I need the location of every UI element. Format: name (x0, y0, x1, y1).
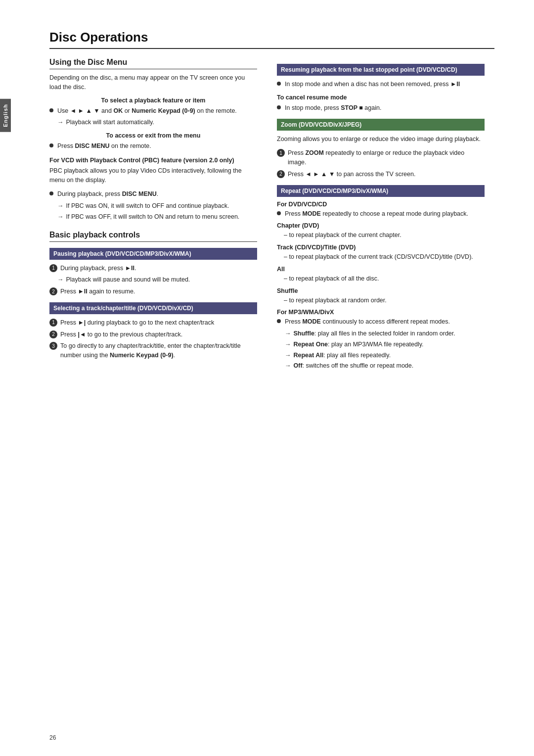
bullet-text-disc-menu-pbc: During playback, press DISC MENU. (57, 189, 257, 199)
cancel-text: In stop mode, press STOP ■ again. (285, 103, 485, 113)
all-heading: All (277, 266, 485, 273)
num2-text: Press ►II again to resume. (60, 287, 257, 296)
numbered-item-sel-2: 2 Press |◄ to go to the previous chapter… (49, 330, 257, 339)
num1-text: During playback, press ►II. (60, 264, 257, 273)
sub-heading-pbc: For VCD with Playback Control (PBC) feat… (49, 157, 257, 164)
arrow-icon: → (285, 361, 291, 371)
arrow-text-mp3-shuffle: Shuffle: play all files in the selected … (294, 329, 455, 338)
arrow-item-pause: → Playback will pause and sound will be … (57, 275, 257, 284)
arrow-item-pbc1: → If PBC was ON, it will switch to OFF a… (57, 201, 257, 211)
bullet-icon (277, 319, 281, 323)
bullet-icon (49, 108, 53, 112)
list-item: Use ◄ ► ▲ ▼ and OK or Numeric Keypad (0-… (49, 106, 257, 116)
number-circle-sel-3: 3 (49, 342, 57, 350)
arrow-icon: → (57, 275, 64, 284)
side-tab-english: English (0, 99, 11, 132)
chapter-dvd-dash: – to repeat playback of the current chap… (284, 231, 485, 240)
arrow-text: Playback will start automatically. (66, 118, 154, 127)
track-dvd-dash: – to repeat playback of the current trac… (284, 252, 485, 262)
arrow-text-mp3-repeat-one: Repeat One: play an MP3/WMA file repeate… (294, 340, 424, 349)
sel-num2-text: Press |◄ to go to the previous chapter/t… (60, 330, 257, 339)
box-repeat: Repeat (DVD/VCD/CD/MP3/DivX/WMA) (277, 185, 485, 197)
arrow-item-playback-start: → Playback will start automatically. (57, 118, 257, 127)
box-resume-playback: Resuming playback from the last stopped … (277, 64, 485, 76)
number-circle-1: 1 (49, 264, 57, 272)
repeat-dvd-text: Press MODE repeatedly to choose a repeat… (285, 209, 485, 219)
numbered-item-1: 1 During playback, press ►II. (49, 264, 257, 273)
page-number: 26 (49, 734, 56, 741)
arrow-item-mp3-repeat-all: → Repeat All: play all files repeatedly. (285, 351, 485, 360)
list-item-repeat-dvd: Press MODE repeatedly to choose a repeat… (277, 209, 485, 219)
sub-heading-access-menu: To access or exit from the menu (49, 132, 257, 139)
numbered-item-2: 2 Press ►II again to resume. (49, 287, 257, 296)
resume-text: In stop mode and when a disc has not bee… (285, 80, 485, 89)
section-using-disc-menu-title: Using the Disc Menu (49, 58, 257, 69)
list-item-resume: In stop mode and when a disc has not bee… (277, 80, 485, 89)
arrow-item-pbc2: → If PBC was OFF, it will switch to ON a… (57, 212, 257, 222)
numbered-item-sel-1: 1 Press ►| during playback to go to the … (49, 318, 257, 328)
arrow-text-mp3-off: Off: switches off the shuffle or repeat … (294, 361, 414, 371)
arrow-text-mp3-repeat-all: Repeat All: play all files repeatedly. (294, 351, 391, 360)
bullet-icon (49, 191, 53, 195)
box-selecting-track: Selecting a track/chapter/title (DVD/VCD… (49, 302, 257, 314)
arrow-icon: → (285, 340, 291, 349)
number-circle-sel-1: 1 (49, 319, 57, 327)
right-column: Resuming playback from the last stopped … (277, 58, 485, 371)
track-dvd-heading: Track (CD/VCD)/Title (DVD) (277, 244, 485, 251)
box-pausing-playback: Pausing playback (DVD/VCD/CD/MP3/DivX/WM… (49, 248, 257, 260)
arrow-icon: → (285, 329, 291, 338)
arrow-text-pause: Playback will pause and sound will be mu… (66, 275, 190, 284)
arrow-item-mp3-repeat-one: → Repeat One: play an MP3/WMA file repea… (285, 340, 485, 349)
sub-cancel-resume: To cancel resume mode (277, 94, 485, 101)
zoom-num1-text: Press ZOOM repeatedly to enlarge or redu… (288, 148, 485, 167)
mp3-bullet-text: Press MODE continuously to access differ… (285, 317, 485, 327)
zoom-intro: Zooming allows you to enlarge or reduce … (277, 135, 485, 144)
box-zoom: Zoom (DVD/VCD/DivX/JPEG) (277, 119, 485, 131)
arrow-item-mp3-off: → Off: switches off the shuffle or repea… (285, 361, 485, 371)
arrow-icon: → (57, 212, 64, 222)
page-title: Disc Operations (49, 30, 494, 49)
bullet-icon (277, 211, 281, 215)
list-item-mp3: Press MODE continuously to access differ… (277, 317, 485, 327)
numbered-item-sel-3: 3 To go directly to any chapter/track/ti… (49, 341, 257, 360)
sub-heading-select-feature: To select a playback feature or item (49, 97, 257, 104)
disc-menu-intro: Depending on the disc, a menu may appear… (49, 73, 257, 92)
all-dash: – to repeat playback of all the disc. (284, 274, 485, 284)
sel-num3-text: To go directly to any chapter/track/titl… (60, 341, 257, 360)
bullet-text-disc-menu: Press DISC MENU on the remote. (57, 142, 257, 151)
bullet-icon (277, 105, 281, 109)
arrow-icon: → (57, 118, 64, 127)
bullet-icon (277, 82, 281, 86)
number-circle-zoom-2: 2 (277, 170, 285, 178)
numbered-item-zoom-1: 1 Press ZOOM repeatedly to enlarge or re… (277, 148, 485, 167)
mp3-heading: For MP3/WMA/DivX (277, 309, 485, 316)
repeat-dvd-heading: For DVD/VCD/CD (277, 201, 485, 208)
list-item-cancel: In stop mode, press STOP ■ again. (277, 103, 485, 113)
number-circle-2: 2 (49, 287, 57, 295)
shuffle-dash: – to repeat playback at random order. (284, 296, 485, 305)
zoom-num2-text: Press ◄ ► ▲ ▼ to pan across the TV scree… (288, 170, 485, 179)
arrow-icon: → (285, 351, 291, 360)
pbc-intro-text: PBC playback allows you to play Video CD… (49, 166, 257, 185)
sel-num1-text: Press ►| during playback to go to the ne… (60, 318, 257, 328)
number-circle-zoom-1: 1 (277, 149, 285, 157)
numbered-item-zoom-2: 2 Press ◄ ► ▲ ▼ to pan across the TV scr… (277, 170, 485, 179)
arrow-text-pbc1: If PBC was ON, it will switch to OFF and… (66, 201, 229, 211)
arrow-text-pbc2: If PBC was OFF, it will switch to ON and… (66, 212, 240, 222)
bullet-icon (49, 143, 53, 147)
number-circle-sel-2: 2 (49, 331, 57, 338)
arrow-icon: → (57, 201, 64, 211)
list-item: During playback, press DISC MENU. (49, 189, 257, 199)
section-basic-playback-title: Basic playback controls (49, 231, 257, 242)
shuffle-heading: Shuffle (277, 287, 485, 294)
chapter-dvd-heading: Chapter (DVD) (277, 222, 485, 229)
arrow-item-mp3-shuffle: → Shuffle: play all files in the selecte… (285, 329, 485, 338)
bullet-text-use-ok: Use ◄ ► ▲ ▼ and OK or Numeric Keypad (0-… (57, 106, 257, 116)
list-item: Press DISC MENU on the remote. (49, 142, 257, 151)
left-column: Using the Disc Menu Depending on the dis… (49, 58, 257, 371)
